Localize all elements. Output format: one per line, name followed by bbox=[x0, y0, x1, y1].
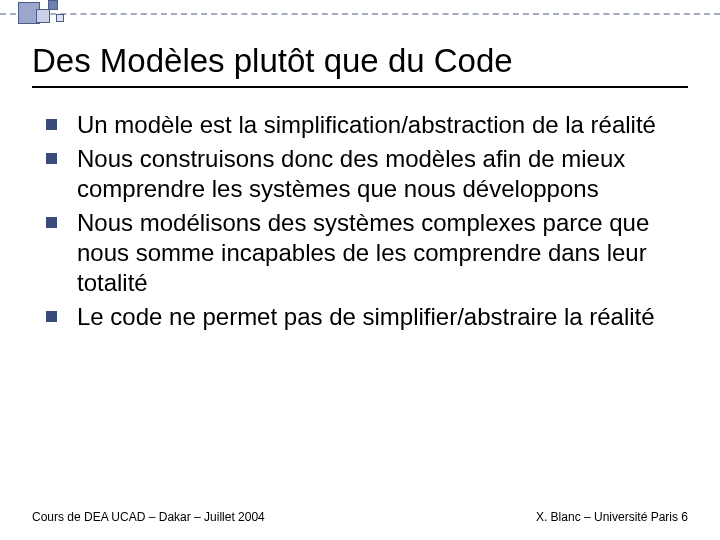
bullet-text: Nous modélisons des systèmes complexes p… bbox=[77, 208, 688, 298]
slide-footer: Cours de DEA UCAD – Dakar – Juillet 2004… bbox=[32, 510, 688, 524]
bullet-text: Un modèle est la simplification/abstract… bbox=[77, 110, 656, 140]
list-item: Nous modélisons des systèmes complexes p… bbox=[46, 208, 688, 298]
deco-square-icon bbox=[36, 9, 50, 23]
bullet-list: Un modèle est la simplification/abstract… bbox=[32, 110, 688, 332]
title-underline bbox=[32, 86, 688, 88]
deco-square-icon bbox=[56, 14, 64, 22]
dashed-line bbox=[0, 13, 720, 15]
bullet-text: Nous construisons donc des modèles afin … bbox=[77, 144, 688, 204]
list-item: Un modèle est la simplification/abstract… bbox=[46, 110, 688, 140]
slide-top-decoration bbox=[0, 0, 720, 30]
slide-content: Des Modèles plutôt que du Code Un modèle… bbox=[32, 42, 688, 500]
list-item: Nous construisons donc des modèles afin … bbox=[46, 144, 688, 204]
square-bullet-icon bbox=[46, 311, 57, 322]
square-bullet-icon bbox=[46, 217, 57, 228]
footer-left: Cours de DEA UCAD – Dakar – Juillet 2004 bbox=[32, 510, 265, 524]
deco-square-icon bbox=[48, 0, 58, 10]
slide-title: Des Modèles plutôt que du Code bbox=[32, 42, 688, 80]
bullet-text: Le code ne permet pas de simplifier/abst… bbox=[77, 302, 655, 332]
footer-right: X. Blanc – Université Paris 6 bbox=[536, 510, 688, 524]
square-bullet-icon bbox=[46, 153, 57, 164]
square-bullet-icon bbox=[46, 119, 57, 130]
list-item: Le code ne permet pas de simplifier/abst… bbox=[46, 302, 688, 332]
